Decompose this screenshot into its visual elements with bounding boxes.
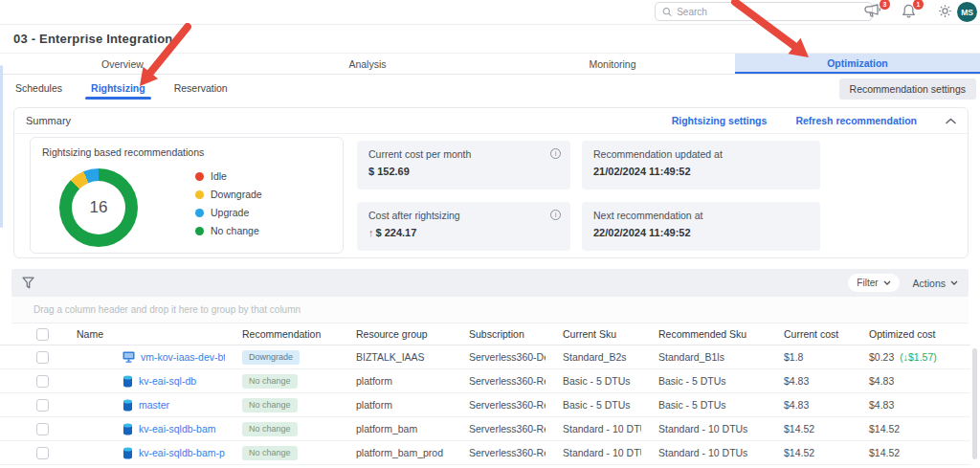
chevron-up-icon <box>946 118 956 124</box>
legend-item-downgrade: Downgrade <box>195 189 262 200</box>
resource-name-link[interactable]: vm-kov-iaas-dev-bts <box>141 351 225 363</box>
tab-optimization[interactable]: Optimization <box>735 54 980 74</box>
legend-item-upgrade: Upgrade <box>195 207 262 218</box>
chart-title: Rightsizing based recommendations <box>42 146 331 158</box>
table-row[interactable]: kv-eai-sql-db No change platform Serverl… <box>0 369 970 393</box>
column-header-subscription[interactable]: Subscription <box>452 328 546 340</box>
next-recommendation-card: Next recommendation at 22/02/2024 11:49:… <box>582 202 820 251</box>
sql-database-icon <box>122 423 133 435</box>
sub-tab-bar: Schedules Rightsizing Reservation <box>13 77 230 100</box>
table-row[interactable]: vm-kov-iaas-dev-bts Downgrade BIZTALK_IA… <box>0 345 970 369</box>
downgrade-dot <box>195 190 204 199</box>
search-input[interactable] <box>677 7 865 17</box>
recommendation-badge: No change <box>242 422 298 436</box>
optimized-cost-cell: $4.83 <box>852 399 970 411</box>
row-checkbox[interactable] <box>36 375 49 388</box>
settings-button[interactable] <box>937 3 958 22</box>
cost-after-rightsizing-card: Cost after rightsizing ↑$ 224.17 i <box>357 202 570 251</box>
table-row[interactable]: kv-eai-sqldb-bam No change platform_bam … <box>0 417 970 441</box>
resource-name-link[interactable]: kv-eai-sqldb-bam-prod <box>139 447 225 458</box>
upgrade-dot <box>195 209 204 217</box>
select-all-checkbox[interactable] <box>36 328 49 341</box>
current-cost-value: $ 152.69 <box>368 166 559 177</box>
recommendation-badge: No change <box>242 398 298 412</box>
tab-analysis[interactable]: Analysis <box>245 54 490 74</box>
current-sku-cell: Standard - 10 DTUs <box>546 423 641 435</box>
announcements-button[interactable]: 3 <box>864 3 885 22</box>
notifications-badge: 1 <box>913 0 924 10</box>
sql-database-icon <box>122 447 133 459</box>
recommendation-updated-label: Recommendation updated at <box>593 148 809 160</box>
subscription-cell: Serverless360-Rea... <box>452 447 546 458</box>
funnel-filter-icon[interactable] <box>22 277 34 290</box>
table-row[interactable]: master No change platform Serverless360-… <box>0 393 970 417</box>
tab-monitoring[interactable]: Monitoring <box>490 54 735 74</box>
resource-group-cell: platform <box>339 399 452 411</box>
recommended-sku-cell: Standard - 10 DTUs <box>641 447 767 458</box>
current-cost-cell: $14.52 <box>767 423 852 435</box>
subscription-cell: Serverless360-De... <box>452 351 546 363</box>
cost-after-rightsizing-value: $ 224.17 <box>376 227 417 238</box>
legend-item-idle: Idle <box>195 170 262 182</box>
table-body: vm-kov-iaas-dev-bts Downgrade BIZTALK_IA… <box>0 345 970 465</box>
resource-group-cell: platform_bam_prod <box>339 447 452 458</box>
cost-after-rightsizing-label: Cost after rightsizing <box>368 210 559 221</box>
row-checkbox[interactable] <box>36 399 49 412</box>
recommendation-settings-button[interactable]: Recommendation settings <box>839 78 976 100</box>
table-scrollbar[interactable] <box>972 348 977 459</box>
left-scroll-strip[interactable] <box>0 65 3 228</box>
column-header-current-sku[interactable]: Current Sku <box>546 328 641 340</box>
user-avatar[interactable]: MS <box>957 2 977 22</box>
column-header-recommended-sku[interactable]: Recommended Sku <box>641 328 767 340</box>
column-header-recommendation[interactable]: Recommendation <box>225 328 339 340</box>
recommendations-chart-card: Rightsizing based recommendations 16 Idl… <box>30 137 344 254</box>
row-checkbox[interactable] <box>36 423 49 435</box>
filter-dropdown[interactable]: Filter <box>848 274 899 292</box>
info-icon[interactable]: i <box>550 210 561 220</box>
column-header-resource-group[interactable]: Resource group <box>339 328 452 340</box>
rightsizing-settings-link[interactable]: Rightsizing settings <box>672 115 768 126</box>
resource-name-link[interactable]: kv-eai-sqldb-bam <box>139 423 216 435</box>
refresh-recommendation-link[interactable]: Refresh recommendation <box>795 115 917 126</box>
info-icon[interactable]: i <box>550 148 561 159</box>
row-checkbox[interactable] <box>36 351 49 364</box>
app-window: 3 1 MS 03 - Enterprise Integration Overv… <box>0 0 980 468</box>
resource-group-cell: BIZTALK_IAAS <box>339 351 452 363</box>
row-checkbox[interactable] <box>36 447 49 459</box>
recommendation-badge: No change <box>242 446 298 460</box>
subtab-rightsizing[interactable]: Rightsizing <box>89 78 147 100</box>
gear-icon <box>937 3 953 19</box>
recommendation-updated-value: 21/02/2024 11:49:52 <box>593 166 809 177</box>
resource-name-link[interactable]: kv-eai-sql-db <box>139 375 196 387</box>
notifications-button[interactable]: 1 <box>902 3 919 22</box>
actions-dropdown[interactable]: Actions <box>913 278 958 289</box>
current-cost-cell: $4.83 <box>767 399 852 411</box>
column-header-optimized-cost[interactable]: Optimized cost <box>852 328 970 340</box>
recommended-sku-cell: Basic - 5 DTUs <box>641 399 767 411</box>
trend-up-icon: ↑ <box>368 227 374 238</box>
global-search[interactable] <box>655 2 873 21</box>
recommended-sku-cell: Standard_B1ls <box>641 351 767 363</box>
sql-database-icon <box>122 375 133 388</box>
table-header: Name Recommendation Resource group Subsc… <box>0 323 970 345</box>
column-header-current-cost[interactable]: Current cost <box>767 328 852 340</box>
collapse-panel-button[interactable] <box>946 118 956 124</box>
resource-group-cell: platform_bam <box>339 423 452 435</box>
resource-name-link[interactable]: master <box>139 399 169 411</box>
chart-legend: Idle Downgrade Upgrade No change <box>195 170 262 236</box>
summary-title: Summary <box>26 115 71 126</box>
optimized-cost-cell: $14.52 <box>852 423 970 435</box>
recommendations-donut-chart: 16 <box>59 168 138 247</box>
subtab-schedules[interactable]: Schedules <box>13 78 64 100</box>
donut-total: 16 <box>72 181 125 234</box>
table-row[interactable]: kv-eai-sqldb-bam-prod No change platform… <box>0 441 970 465</box>
current-sku-cell: Standard - 10 DTUs <box>546 447 641 458</box>
subscription-cell: Serverless360-Rea... <box>452 423 546 435</box>
tab-overview[interactable]: Overview <box>0 54 245 74</box>
subscription-cell: Serverless360-Rea... <box>452 399 546 411</box>
table-toolbar: Filter Actions <box>11 269 969 297</box>
subtab-reservation[interactable]: Reservation <box>172 78 230 100</box>
group-by-drop-zone[interactable]: Drag a column header and drop it here to… <box>11 297 969 323</box>
recommendation-badge: No change <box>242 374 298 389</box>
column-header-name[interactable]: Name <box>61 328 225 340</box>
